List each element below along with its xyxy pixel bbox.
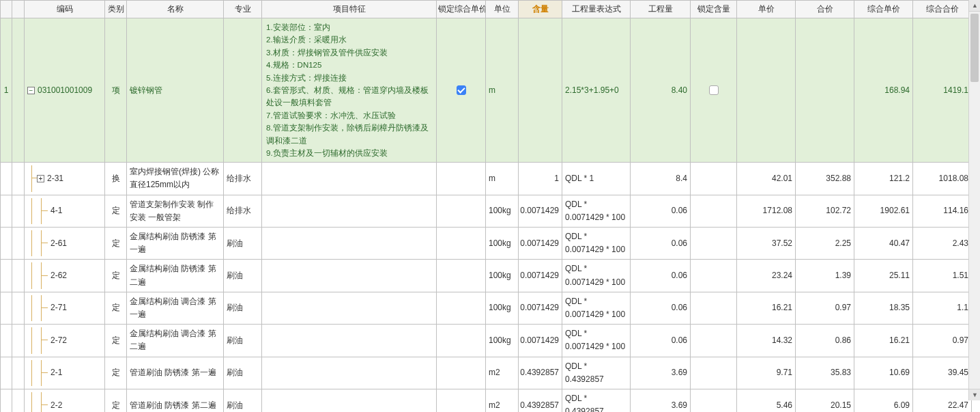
qty-expr-cell[interactable]: QDL * 0.0071429 * 100 (562, 195, 631, 228)
column-header-unit[interactable]: 单位 (486, 0, 519, 18)
column-header-c0[interactable] (0, 0, 12, 18)
code-cell[interactable]: 2-1 (25, 357, 105, 389)
lock-content-cell[interactable] (691, 18, 737, 163)
column-header-comp_unit_price[interactable]: 综合单价 (854, 0, 913, 18)
unit-cell: 100kg (486, 260, 519, 292)
content-cell[interactable]: 0.0071429 (519, 195, 562, 228)
column-header-category[interactable]: 类别 (105, 0, 127, 18)
content-cell[interactable] (519, 18, 562, 163)
lock-content-cell[interactable] (691, 163, 737, 195)
row-gutter (12, 325, 25, 357)
code-cell[interactable]: −031001001009 (25, 18, 105, 163)
comp-total-price-cell: 22.47 (913, 389, 972, 412)
category-cell: 定 (105, 292, 127, 325)
qty-expr-cell[interactable]: 2.15*3+1.95+0 (562, 18, 631, 163)
vertical-scrollbar[interactable]: ▲ ▼ (968, 0, 980, 400)
unit-cell: m (486, 163, 519, 195)
name-cell: 金属结构刷油 防锈漆 第二遍 (127, 260, 224, 292)
column-header-qty[interactable]: 工程量 (631, 0, 691, 18)
lock-content-cell[interactable] (691, 228, 737, 260)
lock-unit-price-cell[interactable] (437, 260, 486, 292)
column-header-unit_price[interactable]: 单价 (737, 0, 796, 18)
name-cell: 管道刷油 防锈漆 第一遍 (127, 357, 224, 389)
column-header-lock_content[interactable]: 锁定含量 (691, 0, 737, 18)
column-header-qty_expr[interactable]: 工程量表达式 (562, 0, 631, 18)
qty-expr-cell[interactable]: QDL * 1 (562, 163, 631, 195)
code-cell[interactable]: 2-61 (25, 228, 105, 260)
major-cell: 刷油 (224, 325, 262, 357)
content-cell[interactable]: 0.4392857 (519, 389, 562, 412)
unit-price-cell: 9.71 (737, 357, 796, 389)
qty-expr-cell[interactable]: QDL * 0.0071429 * 100 (562, 292, 631, 325)
lock-unit-price-cell[interactable] (437, 357, 486, 389)
lock-content-cell[interactable] (691, 292, 737, 325)
checkbox-checked-icon[interactable] (457, 85, 466, 95)
code-cell[interactable]: 2-2 (25, 389, 105, 412)
column-header-total_price[interactable]: 合价 (796, 0, 854, 18)
unit-cell: 100kg (486, 228, 519, 260)
qty-expr-cell[interactable]: QDL * 0.0071429 * 100 (562, 260, 631, 292)
column-header-name[interactable]: 名称 (127, 0, 224, 18)
qty-cell: 8.4 (631, 163, 691, 195)
scroll-down-button[interactable]: ▼ (969, 389, 980, 400)
content-cell[interactable]: 0.4392857 (519, 357, 562, 389)
lock-content-cell[interactable] (691, 260, 737, 292)
name-cell: 室内焊接钢管(焊接) 公称直径125mm以内 (127, 163, 224, 195)
lock-unit-price-cell[interactable] (437, 292, 486, 325)
lock-content-cell[interactable] (691, 357, 737, 389)
lock-content-cell[interactable] (691, 389, 737, 412)
checkbox-empty-icon[interactable] (709, 85, 719, 95)
column-header-feature[interactable]: 项目特征 (262, 0, 437, 18)
lock-unit-price-cell[interactable] (437, 325, 486, 357)
total-price-cell: 35.83 (796, 357, 854, 389)
lock-content-cell[interactable] (691, 195, 737, 228)
content-cell[interactable]: 0.0071429 (519, 260, 562, 292)
row-index (0, 260, 12, 292)
column-header-content[interactable]: 含量 (519, 0, 562, 18)
unit-price-cell: 42.01 (737, 163, 796, 195)
lock-unit-price-cell[interactable] (437, 228, 486, 260)
major-cell: 刷油 (224, 357, 262, 389)
lock-content-cell[interactable] (691, 325, 737, 357)
category-cell: 定 (105, 357, 127, 389)
total-price-cell: 102.72 (796, 195, 854, 228)
code-cell[interactable]: 2-62 (25, 260, 105, 292)
scroll-thumb[interactable] (970, 14, 979, 82)
lock-unit-price-cell[interactable] (437, 195, 486, 228)
qty-expr-cell[interactable]: QDL * 0.0071429 * 100 (562, 228, 631, 260)
comp-unit-price-cell: 18.35 (854, 292, 913, 325)
comp-total-price-cell: 1.1 (913, 292, 972, 325)
code-cell[interactable]: 2-72 (25, 325, 105, 357)
tree-indent: 2-2 (27, 392, 102, 412)
qty-expr-cell[interactable]: QDL * 0.4392857 (562, 357, 631, 389)
content-cell[interactable]: 0.0071429 (519, 325, 562, 357)
name-cell: 管道支架制作安装 制作安装 一般管架 (127, 195, 224, 228)
content-cell[interactable]: 0.0071429 (519, 228, 562, 260)
lock-unit-price-cell[interactable] (437, 18, 486, 163)
lock-unit-price-cell[interactable] (437, 389, 486, 412)
qty-cell: 0.06 (631, 292, 691, 325)
code-cell[interactable]: 4-1 (25, 195, 105, 228)
code-cell[interactable]: +2-31 (25, 163, 105, 195)
collapse-icon[interactable]: − (27, 87, 35, 94)
column-header-major[interactable]: 专业 (224, 0, 262, 18)
content-cell[interactable]: 0.0071429 (519, 292, 562, 325)
qty-cell: 0.06 (631, 260, 691, 292)
column-header-comp_total_price[interactable]: 综合合价 (913, 0, 972, 18)
expand-icon[interactable]: + (37, 175, 44, 182)
category-cell: 定 (105, 195, 127, 228)
column-header-c1[interactable] (12, 0, 25, 18)
qty-expr-cell[interactable]: QDL * 0.0071429 * 100 (562, 325, 631, 357)
scroll-up-button[interactable]: ▲ (969, 0, 980, 12)
lock-unit-price-cell[interactable] (437, 163, 486, 195)
column-header-code[interactable]: 编码 (25, 0, 105, 18)
content-cell[interactable]: 1 (519, 163, 562, 195)
code-text: 2-2 (51, 399, 62, 412)
qty-expr-cell[interactable]: QDL * 0.4392857 (562, 389, 631, 412)
column-header-lock_unit_price[interactable]: 锁定综合单价 (437, 0, 486, 18)
row-gutter (12, 228, 25, 260)
code-cell[interactable]: 2-71 (25, 292, 105, 325)
name-cell: 镀锌钢管 (127, 18, 224, 163)
major-cell: 刷油 (224, 292, 262, 325)
row-gutter (12, 357, 25, 389)
